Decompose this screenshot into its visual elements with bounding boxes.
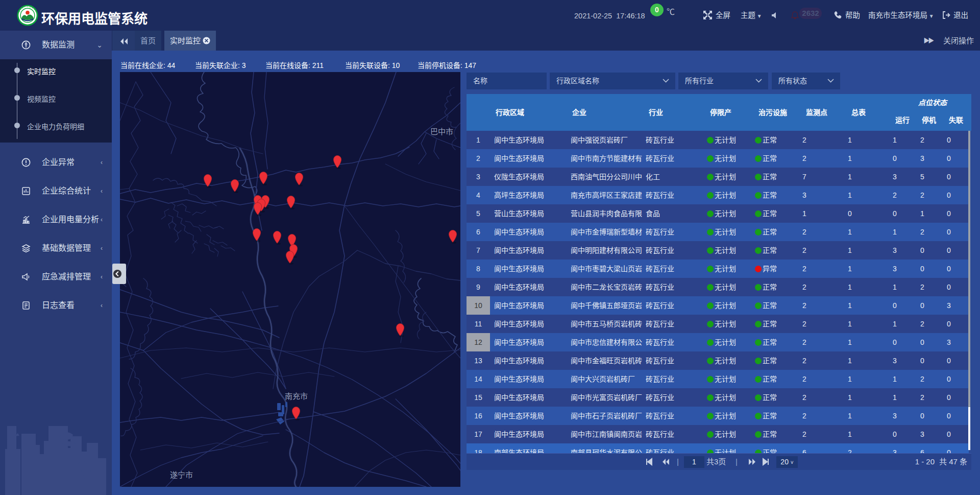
svg-text:e: e	[19, 11, 20, 13]
svg-text:m: m	[34, 9, 35, 11]
svg-text:v: v	[22, 7, 23, 9]
svg-text:n: n	[32, 7, 33, 9]
svg-text:o: o	[30, 6, 31, 8]
svg-text:i: i	[24, 6, 25, 8]
svg-text:n: n	[20, 9, 21, 11]
